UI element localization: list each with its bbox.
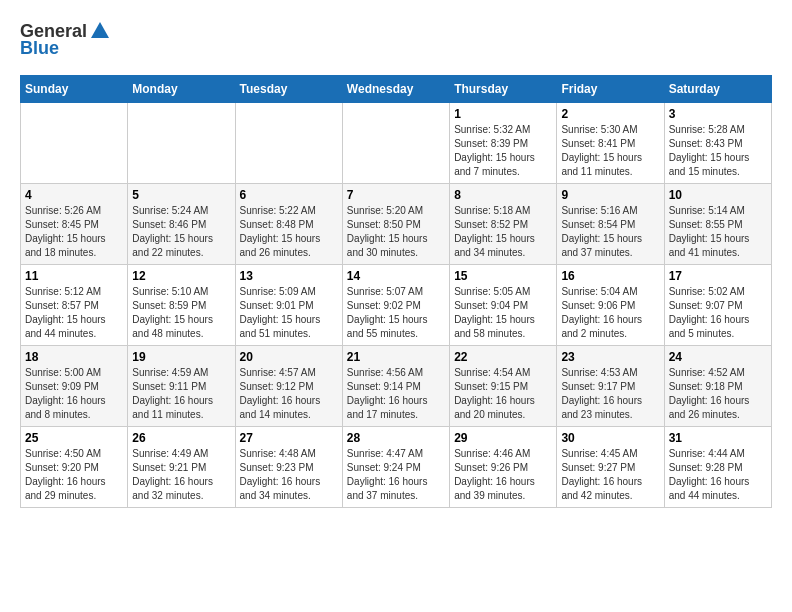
weekday-header-sunday: Sunday <box>21 76 128 103</box>
day-info: Sunrise: 5:14 AM Sunset: 8:55 PM Dayligh… <box>669 204 767 260</box>
calendar-cell: 19 Sunrise: 4:59 AM Sunset: 9:11 PM Dayl… <box>128 346 235 427</box>
day-info: Sunrise: 4:57 AM Sunset: 9:12 PM Dayligh… <box>240 366 338 422</box>
calendar-week-5: 25 Sunrise: 4:50 AM Sunset: 9:20 PM Dayl… <box>21 427 772 508</box>
day-number: 23 <box>561 350 659 364</box>
day-number: 24 <box>669 350 767 364</box>
day-number: 8 <box>454 188 552 202</box>
day-info: Sunrise: 4:53 AM Sunset: 9:17 PM Dayligh… <box>561 366 659 422</box>
calendar-cell: 16 Sunrise: 5:04 AM Sunset: 9:06 PM Dayl… <box>557 265 664 346</box>
day-info: Sunrise: 5:00 AM Sunset: 9:09 PM Dayligh… <box>25 366 123 422</box>
day-info: Sunrise: 5:16 AM Sunset: 8:54 PM Dayligh… <box>561 204 659 260</box>
calendar-cell: 8 Sunrise: 5:18 AM Sunset: 8:52 PM Dayli… <box>450 184 557 265</box>
calendar-week-2: 4 Sunrise: 5:26 AM Sunset: 8:45 PM Dayli… <box>21 184 772 265</box>
weekday-header-wednesday: Wednesday <box>342 76 449 103</box>
calendar-cell: 24 Sunrise: 4:52 AM Sunset: 9:18 PM Dayl… <box>664 346 771 427</box>
calendar-week-3: 11 Sunrise: 5:12 AM Sunset: 8:57 PM Dayl… <box>21 265 772 346</box>
calendar-cell: 2 Sunrise: 5:30 AM Sunset: 8:41 PM Dayli… <box>557 103 664 184</box>
calendar-cell: 31 Sunrise: 4:44 AM Sunset: 9:28 PM Dayl… <box>664 427 771 508</box>
day-info: Sunrise: 4:46 AM Sunset: 9:26 PM Dayligh… <box>454 447 552 503</box>
day-info: Sunrise: 5:12 AM Sunset: 8:57 PM Dayligh… <box>25 285 123 341</box>
day-number: 7 <box>347 188 445 202</box>
day-number: 11 <box>25 269 123 283</box>
day-info: Sunrise: 5:26 AM Sunset: 8:45 PM Dayligh… <box>25 204 123 260</box>
day-number: 15 <box>454 269 552 283</box>
weekday-header-row: SundayMondayTuesdayWednesdayThursdayFrid… <box>21 76 772 103</box>
day-number: 9 <box>561 188 659 202</box>
calendar-cell: 7 Sunrise: 5:20 AM Sunset: 8:50 PM Dayli… <box>342 184 449 265</box>
day-info: Sunrise: 4:45 AM Sunset: 9:27 PM Dayligh… <box>561 447 659 503</box>
day-info: Sunrise: 5:05 AM Sunset: 9:04 PM Dayligh… <box>454 285 552 341</box>
day-number: 21 <box>347 350 445 364</box>
svg-marker-0 <box>91 22 109 38</box>
day-info: Sunrise: 4:48 AM Sunset: 9:23 PM Dayligh… <box>240 447 338 503</box>
calendar-cell: 22 Sunrise: 4:54 AM Sunset: 9:15 PM Dayl… <box>450 346 557 427</box>
weekday-header-thursday: Thursday <box>450 76 557 103</box>
calendar-cell: 3 Sunrise: 5:28 AM Sunset: 8:43 PM Dayli… <box>664 103 771 184</box>
calendar-cell: 17 Sunrise: 5:02 AM Sunset: 9:07 PM Dayl… <box>664 265 771 346</box>
day-number: 5 <box>132 188 230 202</box>
day-number: 1 <box>454 107 552 121</box>
calendar-cell: 9 Sunrise: 5:16 AM Sunset: 8:54 PM Dayli… <box>557 184 664 265</box>
day-number: 26 <box>132 431 230 445</box>
calendar-cell: 4 Sunrise: 5:26 AM Sunset: 8:45 PM Dayli… <box>21 184 128 265</box>
calendar-cell: 27 Sunrise: 4:48 AM Sunset: 9:23 PM Dayl… <box>235 427 342 508</box>
calendar-cell <box>21 103 128 184</box>
calendar-cell: 20 Sunrise: 4:57 AM Sunset: 9:12 PM Dayl… <box>235 346 342 427</box>
day-info: Sunrise: 5:09 AM Sunset: 9:01 PM Dayligh… <box>240 285 338 341</box>
day-info: Sunrise: 4:49 AM Sunset: 9:21 PM Dayligh… <box>132 447 230 503</box>
day-info: Sunrise: 5:02 AM Sunset: 9:07 PM Dayligh… <box>669 285 767 341</box>
day-number: 30 <box>561 431 659 445</box>
day-info: Sunrise: 5:28 AM Sunset: 8:43 PM Dayligh… <box>669 123 767 179</box>
day-info: Sunrise: 5:18 AM Sunset: 8:52 PM Dayligh… <box>454 204 552 260</box>
day-info: Sunrise: 5:22 AM Sunset: 8:48 PM Dayligh… <box>240 204 338 260</box>
calendar-cell: 13 Sunrise: 5:09 AM Sunset: 9:01 PM Dayl… <box>235 265 342 346</box>
weekday-header-saturday: Saturday <box>664 76 771 103</box>
day-number: 4 <box>25 188 123 202</box>
page-header: General Blue <box>20 20 772 59</box>
day-number: 19 <box>132 350 230 364</box>
calendar-cell: 10 Sunrise: 5:14 AM Sunset: 8:55 PM Dayl… <box>664 184 771 265</box>
calendar-table: SundayMondayTuesdayWednesdayThursdayFrid… <box>20 75 772 508</box>
day-number: 28 <box>347 431 445 445</box>
day-info: Sunrise: 4:50 AM Sunset: 9:20 PM Dayligh… <box>25 447 123 503</box>
calendar-cell <box>342 103 449 184</box>
calendar-cell: 29 Sunrise: 4:46 AM Sunset: 9:26 PM Dayl… <box>450 427 557 508</box>
day-number: 6 <box>240 188 338 202</box>
weekday-header-monday: Monday <box>128 76 235 103</box>
day-number: 12 <box>132 269 230 283</box>
day-number: 13 <box>240 269 338 283</box>
day-number: 27 <box>240 431 338 445</box>
day-number: 20 <box>240 350 338 364</box>
calendar-week-4: 18 Sunrise: 5:00 AM Sunset: 9:09 PM Dayl… <box>21 346 772 427</box>
calendar-cell: 14 Sunrise: 5:07 AM Sunset: 9:02 PM Dayl… <box>342 265 449 346</box>
calendar-cell: 21 Sunrise: 4:56 AM Sunset: 9:14 PM Dayl… <box>342 346 449 427</box>
day-info: Sunrise: 5:30 AM Sunset: 8:41 PM Dayligh… <box>561 123 659 179</box>
day-info: Sunrise: 4:54 AM Sunset: 9:15 PM Dayligh… <box>454 366 552 422</box>
day-number: 10 <box>669 188 767 202</box>
day-number: 29 <box>454 431 552 445</box>
calendar-cell <box>128 103 235 184</box>
logo-icon <box>89 20 111 42</box>
day-number: 3 <box>669 107 767 121</box>
calendar-cell <box>235 103 342 184</box>
calendar-cell: 26 Sunrise: 4:49 AM Sunset: 9:21 PM Dayl… <box>128 427 235 508</box>
day-number: 25 <box>25 431 123 445</box>
day-info: Sunrise: 5:07 AM Sunset: 9:02 PM Dayligh… <box>347 285 445 341</box>
day-number: 18 <box>25 350 123 364</box>
calendar-cell: 11 Sunrise: 5:12 AM Sunset: 8:57 PM Dayl… <box>21 265 128 346</box>
logo: General Blue <box>20 20 111 59</box>
day-info: Sunrise: 4:47 AM Sunset: 9:24 PM Dayligh… <box>347 447 445 503</box>
day-number: 31 <box>669 431 767 445</box>
calendar-cell: 18 Sunrise: 5:00 AM Sunset: 9:09 PM Dayl… <box>21 346 128 427</box>
calendar-cell: 30 Sunrise: 4:45 AM Sunset: 9:27 PM Dayl… <box>557 427 664 508</box>
calendar-cell: 25 Sunrise: 4:50 AM Sunset: 9:20 PM Dayl… <box>21 427 128 508</box>
calendar-cell: 5 Sunrise: 5:24 AM Sunset: 8:46 PM Dayli… <box>128 184 235 265</box>
day-number: 2 <box>561 107 659 121</box>
calendar-cell: 15 Sunrise: 5:05 AM Sunset: 9:04 PM Dayl… <box>450 265 557 346</box>
day-number: 14 <box>347 269 445 283</box>
day-number: 17 <box>669 269 767 283</box>
logo-blue: Blue <box>20 38 59 59</box>
day-info: Sunrise: 4:44 AM Sunset: 9:28 PM Dayligh… <box>669 447 767 503</box>
calendar-cell: 12 Sunrise: 5:10 AM Sunset: 8:59 PM Dayl… <box>128 265 235 346</box>
day-info: Sunrise: 5:32 AM Sunset: 8:39 PM Dayligh… <box>454 123 552 179</box>
